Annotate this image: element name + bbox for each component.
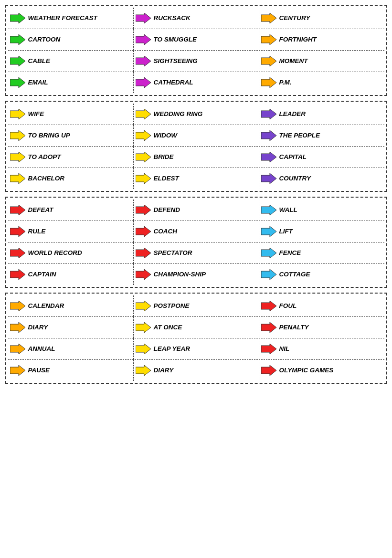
cell-0-0-0: WEATHER FORECAST bbox=[8, 8, 134, 29]
svg-marker-25 bbox=[136, 205, 151, 215]
row-0-1: CARTOON TO SMUGGLE FORTNIGHT bbox=[8, 29, 384, 51]
arrow-icon bbox=[136, 173, 151, 184]
card-text: PAUSE bbox=[28, 367, 50, 374]
row-3-3: PAUSE DIARY OLYMPIC GAMES bbox=[8, 360, 384, 381]
arrow-icon bbox=[261, 365, 276, 376]
cell-3-0-1: POSTPONE bbox=[134, 295, 259, 316]
cell-3-2-2: NIL bbox=[259, 338, 384, 359]
card-text: CAPITAL bbox=[279, 153, 307, 161]
card-text: MOMENT bbox=[279, 57, 308, 65]
svg-marker-31 bbox=[136, 248, 151, 258]
row-3-2: ANNUAL LEAP YEAR NIL bbox=[8, 338, 384, 360]
card-text: CARTOON bbox=[28, 36, 61, 43]
cell-1-3-0: BACHELOR bbox=[8, 168, 134, 189]
arrow-icon bbox=[261, 344, 276, 354]
card-text: OLYMPIC GAMES bbox=[279, 367, 334, 374]
arrow-icon bbox=[10, 34, 25, 45]
card-text: LIFT bbox=[279, 228, 293, 235]
arrow-icon bbox=[10, 248, 25, 258]
card-text: CABLE bbox=[28, 57, 51, 65]
arrow-icon bbox=[261, 205, 276, 215]
cell-1-0-0: WIFE bbox=[8, 104, 134, 125]
row-1-2: TO ADOPT BRIDE CAPITAL bbox=[8, 147, 384, 168]
arrow-icon bbox=[10, 173, 25, 184]
arrow-icon bbox=[136, 269, 151, 280]
svg-marker-29 bbox=[261, 226, 276, 237]
card-text: SIGHTSEEING bbox=[154, 57, 198, 65]
svg-marker-32 bbox=[261, 248, 276, 258]
card-text: TO SMUGGLE bbox=[154, 36, 197, 43]
page: WEATHER FORECAST RUCKSACK CENTURY CARTOO… bbox=[5, 5, 387, 384]
svg-marker-19 bbox=[136, 152, 151, 162]
row-1-0: WIFE WEDDING RING LEADER bbox=[8, 104, 384, 125]
arrow-icon bbox=[10, 109, 25, 119]
arrow-icon bbox=[261, 34, 276, 45]
cell-3-1-2: PENALTY bbox=[259, 317, 384, 338]
svg-marker-43 bbox=[136, 344, 151, 354]
cell-2-2-2: FENCE bbox=[259, 242, 384, 263]
cell-1-0-1: WEDDING RING bbox=[134, 104, 259, 125]
svg-marker-23 bbox=[261, 173, 276, 184]
cell-2-2-1: SPECTATOR bbox=[134, 242, 259, 263]
arrow-icon bbox=[136, 109, 151, 119]
card-text: DEFEND bbox=[154, 206, 180, 214]
cell-2-3-2: COTTAGE bbox=[259, 264, 384, 285]
cell-2-0-0: DEFEAT bbox=[8, 200, 134, 221]
cell-3-3-1: DIARY bbox=[134, 360, 259, 381]
arrow-icon bbox=[136, 205, 151, 215]
cell-2-3-1: CHAMPION-SHIP bbox=[134, 264, 259, 285]
svg-marker-2 bbox=[261, 13, 276, 23]
svg-marker-34 bbox=[136, 269, 151, 280]
svg-marker-14 bbox=[261, 109, 276, 119]
arrow-icon bbox=[10, 77, 25, 88]
cell-0-2-1: SIGHTSEEING bbox=[134, 51, 259, 72]
arrow-icon bbox=[10, 322, 25, 333]
card-text: EMAIL bbox=[28, 79, 48, 86]
cell-2-0-1: DEFEND bbox=[134, 200, 259, 221]
cell-3-3-2: OLYMPIC GAMES bbox=[259, 360, 384, 381]
cell-1-1-1: WIDOW bbox=[134, 125, 259, 146]
card-text: DIARY bbox=[28, 324, 48, 331]
group-2: DEFEAT DEFEND WALL RULE COACH LIFT WORLD… bbox=[5, 197, 387, 288]
cell-1-3-2: COUNTRY bbox=[259, 168, 384, 189]
card-text: LEADER bbox=[279, 110, 306, 118]
cell-3-3-0: PAUSE bbox=[8, 360, 134, 381]
row-2-3: CAPTAIN CHAMPION-SHIP COTTAGE bbox=[8, 264, 384, 285]
svg-marker-18 bbox=[10, 152, 25, 162]
card-text: TO ADOPT bbox=[28, 153, 61, 161]
arrow-icon bbox=[261, 226, 276, 237]
svg-marker-0 bbox=[10, 13, 25, 23]
cell-2-0-2: WALL bbox=[259, 200, 384, 221]
arrow-icon bbox=[10, 205, 25, 215]
row-0-0: WEATHER FORECAST RUCKSACK CENTURY bbox=[8, 8, 384, 29]
arrow-icon bbox=[261, 269, 276, 280]
card-text: BACHELOR bbox=[28, 175, 65, 182]
arrow-icon bbox=[10, 301, 25, 311]
svg-marker-38 bbox=[261, 301, 276, 311]
group-1: WIFE WEDDING RING LEADER TO BRING UP WID… bbox=[5, 101, 387, 192]
card-text: RULE bbox=[28, 228, 46, 235]
arrow-icon bbox=[261, 152, 276, 162]
svg-marker-12 bbox=[10, 109, 25, 119]
cell-3-1-1: AT ONCE bbox=[134, 317, 259, 338]
card-text: FENCE bbox=[279, 249, 301, 257]
card-text: COTTAGE bbox=[279, 271, 310, 278]
cell-3-0-0: CALENDAR bbox=[8, 295, 134, 316]
arrow-icon bbox=[10, 269, 25, 280]
svg-marker-5 bbox=[261, 34, 276, 45]
arrow-icon bbox=[136, 77, 151, 88]
svg-marker-16 bbox=[136, 130, 151, 141]
arrow-icon bbox=[10, 13, 25, 23]
svg-marker-7 bbox=[136, 56, 151, 66]
card-text: TO BRING UP bbox=[28, 132, 70, 139]
arrow-icon bbox=[136, 365, 151, 376]
svg-marker-9 bbox=[10, 77, 25, 88]
cell-2-1-0: RULE bbox=[8, 221, 134, 242]
row-0-2: CABLE SIGHTSEEING MOMENT bbox=[8, 51, 384, 72]
card-text: P.M. bbox=[279, 79, 292, 86]
card-text: ANNUAL bbox=[28, 345, 55, 353]
arrow-icon bbox=[261, 109, 276, 119]
cell-0-1-1: TO SMUGGLE bbox=[134, 29, 259, 50]
card-text: WIFE bbox=[28, 110, 44, 118]
arrow-icon bbox=[10, 152, 25, 162]
